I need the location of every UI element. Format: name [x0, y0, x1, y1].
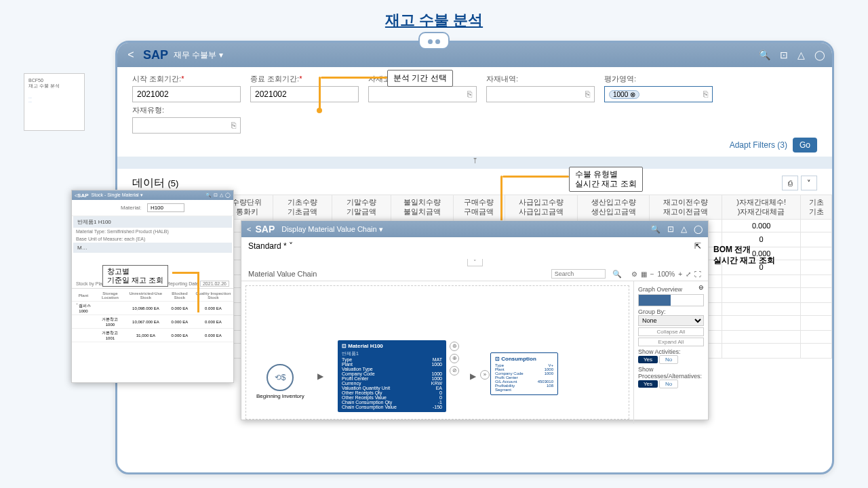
search-icon[interactable]: 🔍 — [205, 192, 212, 198]
table-settings-button[interactable]: ˅ — [801, 176, 817, 190]
node-zoom-icon[interactable]: ⊕ — [450, 354, 459, 363]
material-input[interactable]: H100 — [147, 203, 184, 212]
thumb-code: BCF50 — [28, 78, 80, 83]
user-icon[interactable]: ◯ — [694, 224, 703, 234]
beginning-inventory-label: Beginning Inventory — [256, 393, 304, 399]
column-header[interactable]: 불일치수량불일치금액 — [391, 195, 453, 220]
column-header[interactable]: 생산입고수량생산입고금액 — [577, 195, 650, 220]
beginning-inventory-node[interactable]: ⟲$ — [267, 364, 294, 391]
zoom-out-icon[interactable]: − — [650, 270, 654, 278]
user-icon[interactable]: ◯ — [225, 192, 231, 198]
value-help-icon[interactable]: ⎘ — [585, 89, 590, 99]
filter-bar: 시작 조회기간:* 2021002 종료 조회기간:* 2021002 자재코드… — [117, 67, 832, 102]
sap-logo: SAP — [143, 48, 168, 62]
column-header[interactable]: 재고이전수량재고이전금액 — [650, 195, 722, 220]
material-node[interactable]: ⊡ Material H100 반제품1 TypeMATPlant1000Val… — [338, 340, 446, 412]
filter-valarea-input[interactable]: 1000 ⊗⎘ — [604, 86, 713, 102]
variant-selector[interactable]: Standard * ˅ — [248, 241, 293, 251]
node-link-icon[interactable]: ⊘ — [450, 366, 459, 375]
filter-start-label: 시작 조회기간:* — [132, 74, 241, 84]
processes-yes[interactable]: Yes — [638, 380, 658, 388]
zoom-level: 100% — [658, 270, 675, 278]
node-expand-icon[interactable]: ⊜ — [450, 342, 459, 351]
chain-search-input[interactable] — [551, 269, 606, 279]
shell-bar: < SAP 재무 수불부 ▾ 🔍 ⊡ △ ◯ — [117, 43, 832, 67]
copilot-icon[interactable]: ⊡ — [214, 192, 218, 198]
slide-dots — [418, 32, 450, 49]
pin-bar[interactable]: ⤒ — [117, 157, 832, 169]
fullscreen-icon[interactable]: ⛶ — [694, 270, 701, 278]
page-title: 재고 수불 분석 — [0, 0, 868, 34]
stock-single-material-popup: < SAP Stock - Single Material ▾ 🔍⊡△◯ Mat… — [71, 190, 234, 383]
column-header[interactable]: 기초수량기초금액 — [273, 195, 332, 220]
groupby-select[interactable]: None — [638, 315, 704, 326]
processes-no[interactable]: No — [659, 380, 678, 388]
thumb-title: 재고 수불 분석 — [28, 83, 80, 89]
bell-icon[interactable]: △ — [681, 224, 687, 234]
filter-end-label: 종료 조회기간:* — [250, 74, 359, 84]
collapse-all-button[interactable]: Collapse All — [638, 327, 704, 336]
popup1-title[interactable]: Stock - Single Material ▾ — [92, 192, 143, 198]
sap-logo: SAP — [255, 224, 275, 235]
stock-row[interactable]: 거본창고 100010,067.000 EA0.000 EA0.000 EA — [72, 315, 233, 329]
go-button[interactable]: Go — [793, 138, 817, 152]
expand-handle[interactable]: ˅ — [467, 259, 483, 266]
stock-row[interactable]: ˅ 캠퍼스 100010,098.000 EA0.000 EA0.000 EA — [72, 302, 233, 315]
filter-mattype-input[interactable]: ⎘ — [132, 117, 241, 134]
copilot-icon[interactable]: ⊡ — [780, 49, 788, 60]
zoom-in-icon[interactable]: + — [678, 270, 682, 278]
user-icon[interactable]: ◯ — [814, 49, 825, 60]
slide-thumbnail[interactable]: BCF50 재고 수불 분석 … … — [24, 73, 85, 131]
thumb-small2: … — [28, 99, 80, 103]
expand-all-button[interactable]: Expand All — [638, 338, 704, 346]
shell-menu[interactable]: 재무 수불부 ▾ — [174, 49, 223, 61]
sap-logo: SAP — [77, 192, 88, 199]
search-icon[interactable]: 🔍 — [650, 224, 660, 234]
overview-thumbnail[interactable] — [638, 294, 704, 306]
gear-icon[interactable]: ⚙ — [631, 270, 637, 278]
search-icon[interactable]: 🔍 — [612, 270, 622, 279]
export-button[interactable]: ⎙ — [782, 176, 798, 190]
material-type-text: Material Type: Semifinished Product (HAL… — [72, 228, 233, 235]
chain-canvas[interactable]: ⟲$ Beginning Inventory ▶ ⊡ Material H100… — [245, 285, 629, 420]
callout-type: 수불 유형별실시간 재고 조회 — [569, 167, 643, 192]
activities-yes[interactable]: Yes — [638, 356, 658, 363]
filter-matdesc-input[interactable]: ⎘ — [486, 86, 595, 102]
activities-no[interactable]: No — [659, 355, 678, 364]
callout-warehouse: 창고별기준일 재고 조회 — [102, 265, 168, 287]
filter-matcode-input[interactable]: ⎘ — [368, 86, 477, 102]
column-header[interactable]: 기말수량기말금액 — [332, 195, 391, 220]
value-help-icon[interactable]: ⎘ — [703, 89, 708, 99]
back-button[interactable]: < — [124, 49, 138, 61]
filter-end-input[interactable]: 2021002 — [250, 86, 359, 102]
bell-icon[interactable]: △ — [220, 192, 223, 198]
graph-overview-panel: Graph Overview⊖ Group By: None Collapse … — [633, 281, 708, 424]
legend-icon[interactable]: ▦ — [641, 270, 647, 278]
value-help-icon[interactable]: ⎘ — [467, 89, 472, 99]
column-header[interactable]: 기초기초 — [801, 195, 832, 220]
popup2-title[interactable]: Display Material Value Chain ▾ — [281, 225, 382, 234]
search-icon[interactable]: 🔍 — [759, 49, 770, 60]
callout-bom: BOM 전개실시간 재고 조회 — [708, 243, 781, 268]
buom-text: Base Unit of Measure: each (EA) — [72, 235, 233, 243]
stock-row[interactable]: 거본창고 100131,000 EA0.000 EA0.000 EA — [72, 329, 233, 342]
material-label: Material: — [121, 205, 142, 211]
chain-toggle-icon[interactable]: » — [480, 370, 490, 380]
fit-icon[interactable]: ⤢ — [686, 270, 691, 278]
collapse-icon[interactable]: ⊖ — [698, 284, 704, 293]
value-help-icon[interactable]: ⎘ — [231, 121, 236, 130]
column-header[interactable]: 사급입고수량사급입고금액 — [505, 195, 577, 220]
column-header[interactable]: 구매수량구매금액 — [453, 195, 505, 220]
back-icon[interactable]: < — [247, 225, 251, 233]
filter-start-input[interactable]: 2021002 — [132, 86, 241, 102]
adapt-filters-link[interactable]: Adapt Filters (3) — [730, 140, 787, 150]
copilot-icon[interactable]: ⊡ — [667, 224, 674, 234]
share-icon[interactable]: ⇱ — [694, 241, 701, 251]
notification-icon[interactable]: △ — [797, 49, 805, 60]
callout-period: 분석 기간 선택 — [387, 70, 453, 87]
column-header[interactable]: )자재간대체수!)자재간대체금 — [722, 195, 801, 220]
chain-title: Material Value Chain — [248, 270, 317, 278]
filter-matdesc-label: 자재내역: — [486, 74, 595, 84]
filter-mattype-label: 자재유형: — [132, 105, 241, 115]
consumption-node[interactable]: ⊡ Consumption TypeV+Plant1000Company Cod… — [490, 352, 558, 395]
